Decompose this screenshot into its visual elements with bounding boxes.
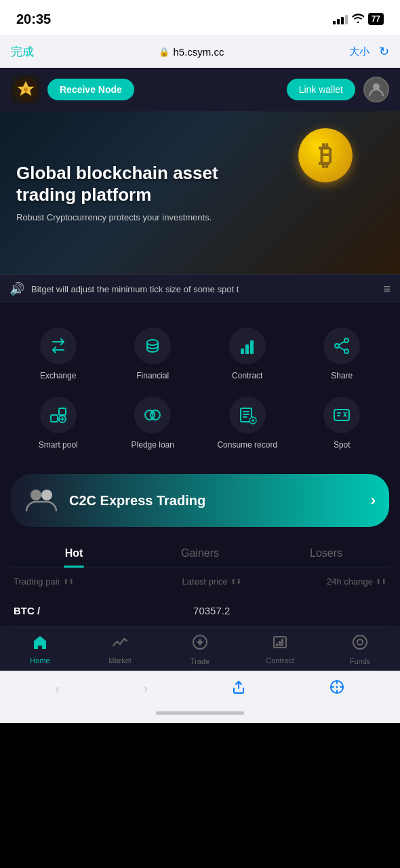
menu-item-smart-pool[interactable]: Smart pool bbox=[11, 389, 106, 458]
svg-point-31 bbox=[336, 686, 338, 688]
tab-losers[interactable]: Losers bbox=[263, 538, 389, 568]
c2c-banner[interactable]: C2C Express Trading › bbox=[11, 474, 389, 527]
menu-grid: Exchange Financial Contract bbox=[0, 303, 400, 469]
header-right: Link wallet bbox=[287, 77, 389, 102]
profile-icon[interactable] bbox=[363, 77, 389, 102]
contract-nav-icon bbox=[272, 635, 288, 654]
col-change-header[interactable]: 24h change ⬆⬇ bbox=[270, 576, 386, 587]
tab-hot[interactable]: Hot bbox=[11, 538, 137, 568]
svg-point-23 bbox=[198, 640, 202, 644]
menu-item-exchange[interactable]: Exchange bbox=[11, 319, 106, 389]
svg-rect-13 bbox=[59, 408, 66, 415]
logo-area: Receive Node bbox=[11, 75, 134, 104]
c2c-people-icon bbox=[24, 484, 58, 517]
menu-item-spot[interactable]: Spot bbox=[295, 389, 390, 458]
row-price-value: 70357.2 bbox=[153, 605, 270, 616]
svg-rect-12 bbox=[51, 415, 58, 422]
receive-node-button[interactable]: Receive Node bbox=[47, 79, 134, 100]
svg-point-7 bbox=[344, 338, 348, 342]
pair-sort-icon: ⬆⬇ bbox=[63, 578, 74, 585]
ticker-menu-icon[interactable]: ≡ bbox=[383, 282, 391, 296]
browser-bar: 完成 🔒 h5.csym.cc 大小 ↻ bbox=[0, 35, 400, 68]
svg-point-3 bbox=[147, 340, 158, 345]
market-section: Hot Gainers Losers Trading pair ⬆⬇ Lates… bbox=[0, 538, 400, 627]
funds-nav-icon bbox=[352, 634, 368, 654]
consume-record-label: Consume record bbox=[217, 440, 277, 450]
lock-icon: 🔒 bbox=[159, 47, 169, 57]
share-button[interactable] bbox=[223, 677, 254, 701]
market-tabs: Hot Gainers Losers bbox=[11, 538, 389, 568]
smart-pool-label: Smart pool bbox=[39, 440, 78, 450]
svg-rect-25 bbox=[276, 644, 278, 646]
status-bar: 20:35 77 bbox=[0, 0, 400, 35]
svg-point-29 bbox=[357, 639, 363, 645]
text-size-button[interactable]: 大小 bbox=[349, 45, 369, 58]
svg-line-11 bbox=[339, 347, 344, 351]
col-price-header[interactable]: Latest price ⬆⬇ bbox=[153, 576, 270, 587]
browser-controls: 大小 ↻ bbox=[349, 44, 389, 59]
menu-item-financial[interactable]: Financial bbox=[106, 319, 201, 389]
signal-icon bbox=[333, 14, 348, 24]
wifi-icon bbox=[352, 14, 364, 25]
nav-funds[interactable]: Funds bbox=[320, 634, 400, 665]
menu-item-consume-record[interactable]: Consume record bbox=[200, 389, 295, 458]
svg-rect-26 bbox=[279, 641, 281, 646]
main-content: Exchange Financial Contract bbox=[0, 303, 400, 627]
svg-rect-6 bbox=[250, 340, 254, 354]
logo-icon bbox=[11, 75, 41, 104]
svg-point-9 bbox=[344, 349, 348, 353]
bitcoin-icon: ₿ bbox=[298, 128, 353, 182]
home-bar bbox=[156, 711, 244, 715]
smart-pool-icon-bg bbox=[40, 397, 77, 433]
spot-label: Spot bbox=[334, 440, 351, 450]
nav-home[interactable]: Home bbox=[0, 635, 80, 665]
share-label: Share bbox=[331, 371, 353, 380]
home-nav-icon bbox=[32, 635, 48, 654]
change-sort-icon: ⬆⬇ bbox=[376, 578, 386, 585]
exchange-icon-bg bbox=[40, 328, 77, 364]
battery-icon: 77 bbox=[368, 13, 384, 25]
speaker-icon: 🔊 bbox=[9, 281, 24, 296]
nav-trade[interactable]: Trade bbox=[160, 634, 240, 665]
menu-item-contract[interactable]: Contract bbox=[200, 319, 295, 389]
market-nav-icon bbox=[112, 635, 128, 654]
bottom-nav: Home Market Trade Contract bbox=[0, 627, 400, 671]
news-ticker: 🔊 Bitget will adjust the minimum tick si… bbox=[0, 274, 400, 303]
home-indicator bbox=[0, 706, 400, 723]
c2c-arrow-icon: › bbox=[371, 492, 376, 509]
nav-market[interactable]: Market bbox=[80, 635, 160, 665]
pledge-loan-icon-bg bbox=[134, 397, 171, 433]
exchange-label: Exchange bbox=[40, 371, 76, 380]
trade-nav-label: Trade bbox=[191, 657, 209, 665]
share-icon-bg bbox=[323, 328, 360, 364]
status-time: 20:35 bbox=[16, 12, 51, 27]
reload-button[interactable]: ↻ bbox=[379, 44, 389, 59]
pledge-loan-label: Pledge loan bbox=[132, 440, 174, 450]
svg-point-28 bbox=[353, 635, 367, 649]
browser-url: 🔒 h5.csym.cc bbox=[159, 46, 224, 58]
ticker-text: Bitget will adjust the minimum tick size… bbox=[31, 284, 376, 294]
browser-done-button[interactable]: 完成 bbox=[11, 44, 34, 60]
app-header: Receive Node Link wallet bbox=[0, 68, 400, 111]
tab-gainers[interactable]: Gainers bbox=[137, 538, 263, 568]
svg-rect-4 bbox=[241, 349, 244, 354]
forward-button[interactable]: › bbox=[135, 678, 156, 699]
svg-point-20 bbox=[31, 490, 41, 500]
svg-point-21 bbox=[41, 490, 52, 500]
back-button[interactable]: ‹ bbox=[47, 678, 68, 699]
svg-point-1 bbox=[24, 87, 28, 92]
menu-item-share[interactable]: Share bbox=[295, 319, 390, 389]
svg-point-8 bbox=[335, 344, 339, 348]
bookmarks-button[interactable] bbox=[321, 677, 353, 701]
contract-icon-bg bbox=[229, 328, 266, 364]
link-wallet-button[interactable]: Link wallet bbox=[287, 79, 355, 100]
menu-item-pledge-loan[interactable]: Pledge loan bbox=[106, 389, 201, 458]
banner-subtitle: Robust Cryptocurrency protects your inve… bbox=[16, 212, 220, 222]
banner-title: Global blockchain asset trading platform bbox=[16, 163, 220, 205]
table-row[interactable]: BTC / 70357.2 bbox=[11, 595, 389, 627]
nav-contract[interactable]: Contract bbox=[240, 635, 320, 665]
col-pair-header[interactable]: Trading pair ⬆⬇ bbox=[14, 576, 153, 587]
row-pair-value: BTC / bbox=[14, 605, 153, 616]
financial-icon-bg bbox=[134, 328, 171, 364]
c2c-label: C2C Express Trading bbox=[69, 493, 360, 509]
